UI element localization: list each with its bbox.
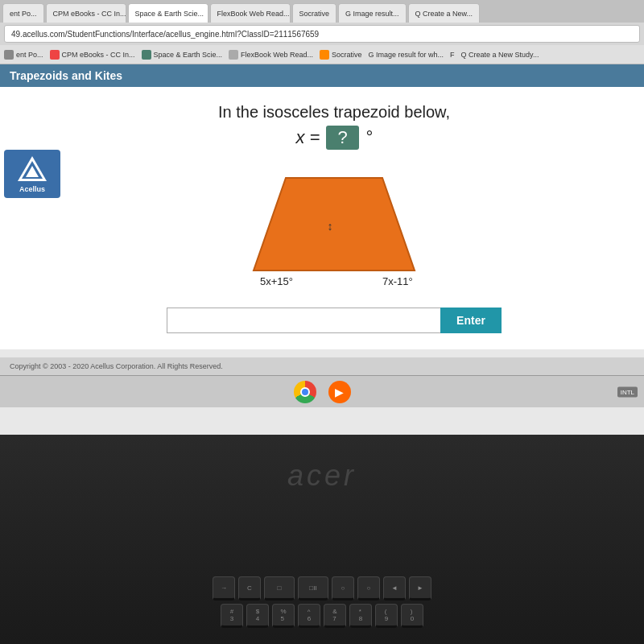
page-footer: Copyright © 2003 - 2020 Acellus Corporat… xyxy=(0,357,644,375)
right-angle-label: 7x-11° xyxy=(382,275,413,287)
trapezoid-svg: ↕ 5x+15° 7x-11° xyxy=(213,166,455,295)
tab-space-earth[interactable]: Space & Earth Scie... xyxy=(128,3,208,23)
key-vol-down[interactable]: ◄ xyxy=(383,576,406,601)
key-arrow[interactable]: → xyxy=(213,576,235,601)
key-window[interactable]: □ xyxy=(264,576,295,601)
equation-x: x = xyxy=(295,127,320,148)
tab-1[interactable]: ent Po... xyxy=(2,3,44,23)
tab-create[interactable]: Q Create a New... xyxy=(408,3,481,23)
trapezoid-shape xyxy=(254,178,415,270)
bookmark-icon-2 xyxy=(50,50,60,60)
key-circle1[interactable]: ○ xyxy=(332,576,354,601)
bookmark-facebook[interactable]: F xyxy=(450,51,455,59)
page-title: Trapezoids and Kites xyxy=(10,69,122,82)
bookmarks-bar: ent Po... CPM eBooks - CC In... Space & … xyxy=(0,45,644,64)
input-area: Enter xyxy=(72,308,596,333)
taskbar: ▶ INTL xyxy=(0,375,644,407)
answer-box: ? xyxy=(326,126,358,150)
intl-badge: INTL xyxy=(617,386,638,397)
browser-tabs: ent Po... CPM eBooks - CC In... Space & … xyxy=(0,0,644,23)
laptop-body: acer → C □ □II ○ ○ ◄ ► #3 $4 %5 ^6 &7 *8… xyxy=(0,435,644,644)
tab-flexbook[interactable]: FlexBook Web Read... xyxy=(210,3,291,23)
tab-2[interactable]: CPM eBooks - CC In... xyxy=(46,3,126,23)
cursor-symbol: ↕ xyxy=(328,220,333,233)
key-vol-up[interactable]: ► xyxy=(409,576,431,601)
trapezoid-container: ↕ 5x+15° 7x-11° xyxy=(197,166,471,295)
bookmark-socrative[interactable]: Socrative xyxy=(320,50,362,60)
play-icon: ▶ xyxy=(328,381,351,403)
page-header: Trapezoids and Kites xyxy=(0,64,644,87)
key-c[interactable]: C xyxy=(238,576,261,601)
bookmark-flexbook[interactable]: FlexBook Web Read... xyxy=(229,50,313,60)
equation-line: x = ? ° xyxy=(72,126,596,150)
tab-socrative[interactable]: Socrative xyxy=(292,3,337,23)
acellus-label: Acellus xyxy=(19,185,45,193)
key-circle2[interactable]: ○ xyxy=(357,576,380,601)
key-3[interactable]: #3 xyxy=(221,604,243,628)
key-row-1: → C □ □II ○ ○ ◄ ► xyxy=(213,576,431,601)
chrome-taskbar-icon[interactable] xyxy=(294,381,316,403)
keyboard-area: → C □ □II ○ ○ ◄ ► #3 $4 %5 ^6 &7 *8 (9 )… xyxy=(40,576,604,628)
key-0[interactable]: )0 xyxy=(401,604,423,628)
acellus-logo: Acellus xyxy=(4,150,60,198)
tab-google[interactable]: G Image result... xyxy=(338,3,407,23)
answer-input[interactable] xyxy=(167,308,440,333)
key-splitscreen[interactable]: □II xyxy=(298,576,328,601)
play-taskbar-icon[interactable]: ▶ xyxy=(328,381,351,403)
acer-logo: acer xyxy=(287,459,357,493)
bookmark-icon-1 xyxy=(4,50,14,60)
key-row-2: #3 $4 %5 ^6 &7 *8 (9 )0 xyxy=(221,604,423,628)
key-5[interactable]: %5 xyxy=(272,604,295,628)
bookmark-icon-3 xyxy=(142,50,151,60)
key-8[interactable]: *8 xyxy=(349,604,372,628)
degree-symbol: ° xyxy=(365,127,373,148)
address-bar[interactable]: 49.acellus.com/StudentFunctions/Interfac… xyxy=(4,25,640,43)
key-4[interactable]: $4 xyxy=(246,604,269,628)
acellus-logo-svg xyxy=(16,155,48,183)
laptop-screen: ent Po... CPM eBooks - CC In... Space & … xyxy=(0,0,644,435)
main-content: In the isosceles trapezoid below, x = ? … xyxy=(0,87,644,349)
key-7[interactable]: &7 xyxy=(324,604,346,628)
bookmark-space-earth[interactable]: Space & Earth Scie... xyxy=(142,50,223,60)
bookmark-create[interactable]: Q Create a New Study... xyxy=(461,51,539,59)
url-text: 49.acellus.com/StudentFunctions/Interfac… xyxy=(11,30,319,39)
copyright-text: Copyright © 2003 - 2020 Acellus Corporat… xyxy=(10,362,223,370)
bookmark-icon-4 xyxy=(229,50,238,60)
question-text: In the isosceles trapezoid below, xyxy=(72,103,596,122)
bookmark-google[interactable]: G Image result for wh... xyxy=(369,51,444,59)
enter-button[interactable]: Enter xyxy=(440,308,502,333)
key-6[interactable]: ^6 xyxy=(298,604,320,628)
bookmark-icon-5 xyxy=(320,50,329,60)
bookmark-1[interactable]: ent Po... xyxy=(4,50,43,60)
browser-chrome: ent Po... CPM eBooks - CC In... Space & … xyxy=(0,0,644,64)
key-9[interactable]: (9 xyxy=(375,604,398,628)
bookmark-2[interactable]: CPM eBooks - CC In... xyxy=(50,50,135,60)
left-angle-label: 5x+15° xyxy=(260,275,293,287)
